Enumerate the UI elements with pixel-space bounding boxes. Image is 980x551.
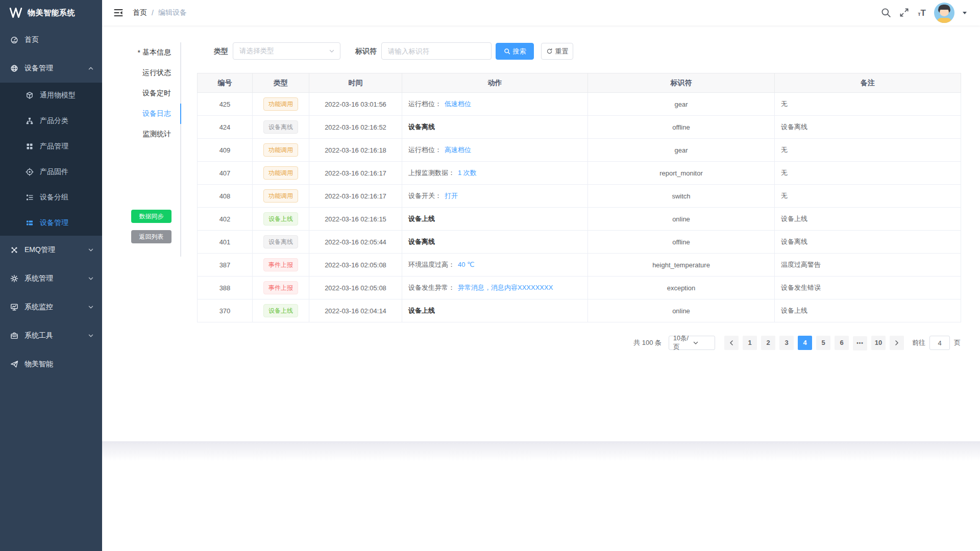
sidebar-item-设备分组[interactable]: 设备分组 xyxy=(0,185,102,210)
action-text: 设备上线 xyxy=(408,307,435,314)
log-identifier-cell: offline xyxy=(588,231,775,254)
action-text: 设备发生异常： xyxy=(408,284,455,291)
type-select-placeholder: 请选择类型 xyxy=(239,46,329,56)
pagination-page-10[interactable]: 10 xyxy=(871,336,886,350)
action-link[interactable]: 高速档位 xyxy=(445,146,471,154)
log-type-tag: 事件上报 xyxy=(263,258,298,271)
sidebar-item-设备管理[interactable]: 设备管理 xyxy=(0,54,102,83)
navbar-actions: тT xyxy=(881,3,967,23)
log-identifier-cell: height_temperature xyxy=(588,254,775,277)
fullscreen-icon[interactable] xyxy=(899,8,910,18)
action-link[interactable]: 1 次数 xyxy=(458,169,477,177)
sidebar-item-通用物模型[interactable]: 通用物模型 xyxy=(0,83,102,108)
log-type-cell: 事件上报 xyxy=(253,254,309,277)
pagination-page-4[interactable]: 4 xyxy=(798,336,812,350)
action-text: 设备离线 xyxy=(408,238,435,245)
tab-监测统计[interactable]: 监测统计 xyxy=(135,124,180,144)
action-link[interactable]: 打开 xyxy=(445,192,458,199)
pagination-page-5[interactable]: 5 xyxy=(816,336,830,350)
tab-设备定时[interactable]: 设备定时 xyxy=(135,83,180,104)
log-id-cell: 425 xyxy=(198,93,253,116)
tab-label: 运行状态 xyxy=(142,68,171,78)
log-time-cell: 2022-03-16 02:16:17 xyxy=(309,162,402,185)
pagination-page-3[interactable]: 3 xyxy=(779,336,794,350)
identifier-input[interactable] xyxy=(381,42,492,60)
log-id-cell: 401 xyxy=(198,231,253,254)
goto-page-input[interactable] xyxy=(929,336,950,350)
log-time-cell: 2022-03-16 02:04:14 xyxy=(309,299,402,322)
sidebar-item-系统工具[interactable]: 系统工具 xyxy=(0,321,102,350)
sidebar-item-EMQ管理[interactable]: EMQ管理 xyxy=(0,236,102,264)
tab-运行状态[interactable]: 运行状态 xyxy=(135,63,180,83)
log-remark-cell: 设备发生错误 xyxy=(775,277,961,299)
sidebar-item-首页[interactable]: 首页 xyxy=(0,26,102,54)
breadcrumb-home[interactable]: 首页 xyxy=(133,8,147,17)
pagination-next-button[interactable] xyxy=(890,336,904,350)
data-sync-button[interactable]: 数据同步 xyxy=(131,210,172,223)
sidebar-fold-icon[interactable] xyxy=(113,8,124,18)
tab-设备日志[interactable]: 设备日志 xyxy=(135,104,180,124)
sidebar-item-物美智能[interactable]: 物美智能 xyxy=(0,350,102,379)
pagination-prev-button[interactable] xyxy=(724,336,739,350)
type-select[interactable]: 请选择类型 xyxy=(233,42,340,60)
sidebar-item-设备管理[interactable]: 设备管理 xyxy=(0,210,102,236)
chevron-down-icon xyxy=(88,247,94,253)
sidebar-item-label: 设备管理 xyxy=(40,218,68,228)
main-area: 首页 / 编辑设备 тT *基本信息运行状态设备定时设备日志监测统计 xyxy=(102,0,980,551)
sidebar-item-系统监控[interactable]: 系统监控 xyxy=(0,293,102,321)
avatar[interactable] xyxy=(934,3,954,23)
reset-button[interactable]: 重置 xyxy=(541,43,573,60)
action-link[interactable]: 低速档位 xyxy=(445,100,471,108)
sidebar-item-系统管理[interactable]: 系统管理 xyxy=(0,264,102,293)
search-icon xyxy=(504,48,510,55)
log-id-cell: 424 xyxy=(198,116,253,139)
pagination-ellipsis[interactable]: ••• xyxy=(853,336,867,350)
log-action-cell: 设备离线 xyxy=(402,231,588,254)
chevron-down-icon xyxy=(88,304,94,310)
caret-down-icon[interactable] xyxy=(963,12,967,16)
logo: 物美智能系统 xyxy=(0,0,102,26)
firmware-icon xyxy=(26,168,34,176)
group-icon xyxy=(26,193,34,202)
breadcrumb: 首页 / 编辑设备 xyxy=(133,8,187,17)
log-time-cell: 2022-03-16 03:01:56 xyxy=(309,93,402,116)
page-content: *基本信息运行状态设备定时设备日志监测统计 数据同步 返回列表 类型 请选择类型… xyxy=(102,26,980,416)
grid-icon xyxy=(26,142,34,151)
back-to-list-button[interactable]: 返回列表 xyxy=(131,230,172,243)
action-link[interactable]: 40 ℃ xyxy=(458,261,475,268)
sidebar: 物美智能系统 首页设备管理通用物模型产品分类产品管理产品固件设备分组设备管理EM… xyxy=(0,0,102,551)
log-time-cell: 2022-03-16 02:16:18 xyxy=(309,139,402,162)
sidebar-item-label: 设备分组 xyxy=(40,193,68,202)
log-action-cell: 设备发生异常：异常消息，消息内容XXXXXXXX xyxy=(402,277,588,299)
device-list-icon xyxy=(26,219,34,227)
total-count: 共 100 条 xyxy=(633,338,662,347)
sidebar-item-label: 系统工具 xyxy=(24,331,53,340)
search-button[interactable]: 搜索 xyxy=(496,43,534,60)
log-type-tag: 设备离线 xyxy=(263,235,298,248)
pagination-page-2[interactable]: 2 xyxy=(761,336,775,350)
log-type-tag: 设备上线 xyxy=(263,212,298,226)
log-type-cell: 设备上线 xyxy=(253,208,309,231)
page-size-select[interactable]: 10条/页 xyxy=(669,336,715,350)
log-action-cell: 设备离线 xyxy=(402,116,588,139)
sidebar-item-产品分类[interactable]: 产品分类 xyxy=(0,108,102,134)
action-text: 设备开关： xyxy=(408,192,442,199)
sidebar-item-产品固件[interactable]: 产品固件 xyxy=(0,159,102,185)
font-size-icon[interactable]: тT xyxy=(918,9,926,17)
log-action-cell: 设备上线 xyxy=(402,299,588,322)
required-marker: * xyxy=(138,48,140,57)
action-link[interactable]: 异常消息，消息内容XXXXXXXX xyxy=(458,284,553,291)
log-id-cell: 370 xyxy=(198,299,253,322)
log-action-cell: 上报监测数据：1 次数 xyxy=(402,162,588,185)
pagination-page-6[interactable]: 6 xyxy=(835,336,849,350)
table-row: 387事件上报2022-03-16 02:05:08环境温度过高：40 ℃hei… xyxy=(198,254,961,277)
sidebar-item-产品管理[interactable]: 产品管理 xyxy=(0,134,102,159)
pagination-page-1[interactable]: 1 xyxy=(743,336,757,350)
sidebar-item-label: 通用物模型 xyxy=(40,91,76,100)
log-time-cell: 2022-03-16 02:05:44 xyxy=(309,231,402,254)
log-action-cell: 环境温度过高：40 ℃ xyxy=(402,254,588,277)
tab-基本信息[interactable]: *基本信息 xyxy=(135,42,180,63)
sidebar-item-label: 产品固件 xyxy=(40,167,68,177)
search-icon[interactable] xyxy=(881,8,891,18)
device-manage-icon xyxy=(10,64,18,72)
